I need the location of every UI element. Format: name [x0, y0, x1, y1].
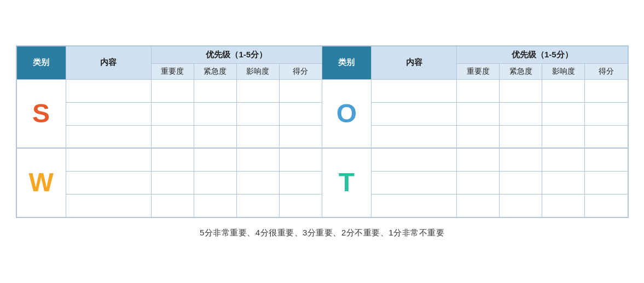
- t-score-2[interactable]: [585, 171, 628, 194]
- t-importance-1[interactable]: [457, 148, 500, 171]
- footer-note: 5分非常重要、4分很重要、3分重要、2分不重要、1分非常不重要: [200, 228, 444, 238]
- t-importance-2[interactable]: [457, 171, 500, 194]
- swot-table: 类别 内容 优先级（1-5分） 类别 内容 优先级（1-5分） 重要度 紧急度 …: [16, 46, 628, 217]
- o-letter: O: [336, 99, 357, 128]
- w-letter-cell: W: [16, 148, 66, 217]
- s-score-1[interactable]: [279, 79, 322, 102]
- t-content-2[interactable]: [372, 171, 457, 194]
- s-importance-3[interactable]: [151, 125, 194, 148]
- right-priority-header: 优先级（1-5分）: [457, 46, 628, 63]
- t-urgency-1[interactable]: [500, 148, 542, 171]
- w-score-2[interactable]: [279, 171, 322, 194]
- w-score-3[interactable]: [279, 194, 322, 217]
- o-importance-2[interactable]: [457, 102, 500, 125]
- w-impact-2[interactable]: [236, 171, 279, 194]
- w-importance-3[interactable]: [151, 194, 194, 217]
- s-impact-3[interactable]: [236, 125, 279, 148]
- right-category-header: 类别: [322, 46, 371, 79]
- o-content-1[interactable]: [372, 79, 457, 102]
- w-impact-3[interactable]: [236, 194, 279, 217]
- w-importance-1[interactable]: [151, 148, 194, 171]
- s-urgency-1[interactable]: [194, 79, 236, 102]
- swot-table-container: 类别 内容 优先级（1-5分） 类别 内容 优先级（1-5分） 重要度 紧急度 …: [16, 45, 629, 218]
- o-content-3[interactable]: [372, 125, 457, 148]
- w-importance-2[interactable]: [151, 171, 194, 194]
- t-score-3[interactable]: [585, 194, 628, 217]
- left-sub-importance: 重要度: [151, 63, 194, 79]
- o-impact-1[interactable]: [542, 79, 585, 102]
- t-letter: T: [339, 168, 355, 197]
- o-impact-3[interactable]: [542, 125, 585, 148]
- s-impact-1[interactable]: [236, 79, 279, 102]
- s-letter: S: [32, 99, 50, 128]
- w-content-2[interactable]: [66, 171, 151, 194]
- left-priority-header: 优先级（1-5分）: [151, 46, 322, 63]
- left-category-header: 类别: [16, 46, 66, 79]
- header-row-1: 类别 内容 优先级（1-5分） 类别 内容 优先级（1-5分）: [16, 46, 628, 63]
- o-impact-2[interactable]: [542, 102, 585, 125]
- t-importance-3[interactable]: [457, 194, 500, 217]
- right-content-header: 内容: [372, 46, 457, 79]
- w-impact-1[interactable]: [236, 148, 279, 171]
- o-score-3[interactable]: [585, 125, 628, 148]
- t-content-1[interactable]: [372, 148, 457, 171]
- o-urgency-2[interactable]: [500, 102, 542, 125]
- s-content-2[interactable]: [66, 102, 151, 125]
- o-importance-3[interactable]: [457, 125, 500, 148]
- s-importance-2[interactable]: [151, 102, 194, 125]
- right-sub-importance: 重要度: [457, 63, 500, 79]
- s-score-3[interactable]: [279, 125, 322, 148]
- t-letter-cell: T: [322, 148, 371, 217]
- left-content-header: 内容: [66, 46, 151, 79]
- s-content-3[interactable]: [66, 125, 151, 148]
- o-content-2[interactable]: [372, 102, 457, 125]
- s-importance-1[interactable]: [151, 79, 194, 102]
- o-score-2[interactable]: [585, 102, 628, 125]
- left-sub-urgency: 紧急度: [194, 63, 236, 79]
- t-impact-3[interactable]: [542, 194, 585, 217]
- right-sub-impact: 影响度: [542, 63, 585, 79]
- s-letter-cell: S: [16, 79, 66, 148]
- right-sub-urgency: 紧急度: [500, 63, 542, 79]
- o-urgency-1[interactable]: [500, 79, 542, 102]
- t-score-1[interactable]: [585, 148, 628, 171]
- t-impact-1[interactable]: [542, 148, 585, 171]
- w-content-3[interactable]: [66, 194, 151, 217]
- o-urgency-3[interactable]: [500, 125, 542, 148]
- o-letter-cell: O: [322, 79, 371, 148]
- s-urgency-3[interactable]: [194, 125, 236, 148]
- s-score-2[interactable]: [279, 102, 322, 125]
- s-impact-2[interactable]: [236, 102, 279, 125]
- w-urgency-2[interactable]: [194, 171, 236, 194]
- right-sub-score: 得分: [585, 63, 628, 79]
- left-sub-score: 得分: [279, 63, 322, 79]
- t-content-3[interactable]: [372, 194, 457, 217]
- left-sub-impact: 影响度: [236, 63, 279, 79]
- t-urgency-2[interactable]: [500, 171, 542, 194]
- table-wrapper: 类别 内容 优先级（1-5分） 类别 内容 优先级（1-5分） 重要度 紧急度 …: [16, 45, 629, 218]
- t-urgency-3[interactable]: [500, 194, 542, 217]
- w-urgency-1[interactable]: [194, 148, 236, 171]
- s-urgency-2[interactable]: [194, 102, 236, 125]
- t-impact-2[interactable]: [542, 171, 585, 194]
- w-urgency-3[interactable]: [194, 194, 236, 217]
- o-score-1[interactable]: [585, 79, 628, 102]
- w-score-1[interactable]: [279, 148, 322, 171]
- o-importance-1[interactable]: [457, 79, 500, 102]
- s-content-1[interactable]: [66, 79, 151, 102]
- w-t-row-1: W T: [16, 148, 628, 171]
- w-content-1[interactable]: [66, 148, 151, 171]
- w-letter: W: [28, 168, 53, 197]
- s-o-row-1: S O: [16, 79, 628, 102]
